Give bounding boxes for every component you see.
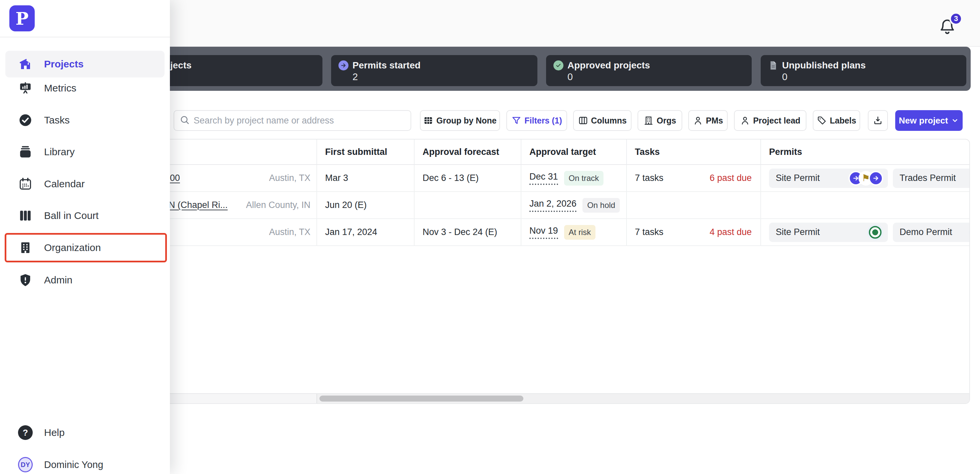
house-icon: [18, 57, 33, 72]
filters-button[interactable]: Filters (1): [506, 110, 567, 131]
stat-card-unpublished-plans[interactable]: Unpublished plans0: [761, 55, 966, 86]
sidebar-item-label: Organization: [44, 242, 101, 253]
toolbar-button-label: Labels: [830, 116, 856, 126]
horizontal-scrollbar[interactable]: [96, 393, 969, 403]
stat-card-label: Approved projects: [568, 60, 650, 71]
app-logo[interactable]: P: [10, 5, 35, 31]
sidebar-item-metrics[interactable]: Metrics: [5, 75, 165, 102]
cell-permits: Site Permit⚑Trades Permit: [761, 165, 970, 192]
tasks-count[interactable]: 7 tasks: [635, 227, 663, 237]
approval-target-date[interactable]: Dec 31: [530, 172, 558, 185]
sidebar-item-label: Metrics: [44, 83, 76, 94]
ball-in-court-icon: [18, 208, 33, 223]
notifications-button[interactable]: 3: [936, 12, 968, 40]
arrow-circle-icon: [339, 60, 348, 70]
calendar-icon: [18, 177, 33, 191]
sidebar-item-admin[interactable]: Admin: [5, 267, 165, 293]
stat-card-approved-projects[interactable]: Approved projects0: [546, 55, 752, 86]
permit-chip[interactable]: Site Permit⚑: [769, 169, 888, 188]
scrollbar-thumb[interactable]: [320, 396, 523, 402]
cell-permits: Site PermitDemo Permit: [761, 219, 970, 246]
cell-approval-forecast: [415, 192, 521, 219]
sidebar-item-organization[interactable]: Organization: [5, 234, 165, 261]
sidebar-item-label: Help: [44, 427, 65, 438]
admin-icon: [18, 273, 33, 287]
cell-first-submittal: Jan 17, 2024: [317, 219, 415, 246]
column-header-first-submittal: First submittal: [317, 140, 415, 165]
organization-icon: [18, 240, 33, 255]
sidebar-item-label: Library: [44, 146, 75, 157]
project-location: Austin, TX: [269, 173, 317, 183]
permit-chip-label: Demo Permit: [900, 227, 952, 237]
orgs-button[interactable]: Orgs: [638, 110, 682, 131]
permit-chip-label: Site Permit: [776, 173, 820, 183]
toolbar-button-label: PMs: [706, 116, 723, 126]
notification-badge: 3: [949, 12, 963, 25]
file-icon: [768, 60, 778, 70]
project-lead-button[interactable]: Project lead: [734, 110, 807, 131]
table-row: Austin, TXJan 17, 2024Nov 3 - Dec 24 (E)…: [96, 219, 969, 246]
search-input[interactable]: [194, 116, 405, 126]
approved-status-icon: [867, 224, 883, 240]
past-due-count[interactable]: 4 past due: [710, 227, 760, 237]
cell-approval-forecast: Dec 6 - 13 (E): [415, 165, 521, 192]
cell-first-submittal: Mar 3: [317, 165, 415, 192]
column-header-approval-forecast: Approval forecast: [415, 140, 521, 165]
sidebar-item-label: Ball in Court: [44, 210, 99, 221]
sidebar-item-projects[interactable]: Projects: [5, 51, 165, 78]
sidebar-item-ball-in-court[interactable]: Ball in Court: [5, 202, 165, 229]
sidebar-item-library[interactable]: Library: [5, 138, 165, 165]
sidebar-item-tasks[interactable]: Tasks: [5, 107, 165, 134]
permit-chip[interactable]: Demo Permit: [893, 223, 970, 242]
approved-status-icon: [969, 224, 970, 240]
toolbar-button-label: Filters (1): [524, 116, 562, 126]
table-row: N (Chapel Ri...Allen County, INJun 20 (E…: [96, 192, 969, 219]
permit-chip[interactable]: Trades Permit: [893, 169, 970, 188]
person-icon: [693, 116, 703, 126]
user-menu[interactable]: DY Dominic Yong: [5, 451, 165, 474]
stat-card-label: Unpublished plans: [782, 60, 865, 71]
project-name-link[interactable]: 00: [170, 173, 180, 183]
sidebar-item-label: Projects: [44, 59, 83, 70]
library-icon: [18, 145, 33, 159]
project-location: Austin, TX: [269, 227, 317, 237]
new-project-button[interactable]: New project: [895, 110, 963, 131]
user-name: Dominic Yong: [44, 459, 103, 470]
tag-icon: [817, 116, 827, 126]
cell-first-submittal: Jun 20 (E): [317, 192, 415, 219]
project-name-link[interactable]: N (Chapel Ri...: [169, 200, 228, 210]
pms-button[interactable]: PMs: [688, 110, 728, 131]
stat-card-value: 2: [353, 72, 530, 83]
arrow-status-icon: [869, 171, 883, 186]
sidebar-item-help[interactable]: ? Help: [5, 419, 165, 446]
table-grid-icon: [423, 116, 433, 126]
stat-card-permits-started[interactable]: Permits started2: [331, 55, 538, 86]
columns-button[interactable]: Columns: [573, 110, 632, 131]
download-button[interactable]: [868, 110, 888, 131]
search-input-wrap: [173, 110, 411, 131]
search-icon: [180, 115, 189, 126]
check-circle-icon: [554, 60, 563, 70]
approval-target-date[interactable]: Jan 2, 2026: [530, 199, 576, 212]
stat-card-label: jects: [170, 60, 192, 71]
app-root: 3 jectsPermits started2Approved projects…: [0, 0, 980, 474]
download-icon: [873, 116, 883, 126]
group-by-button[interactable]: Group by None: [420, 110, 500, 131]
labels-button[interactable]: Labels: [813, 110, 860, 131]
tasks-count[interactable]: 7 tasks: [635, 173, 663, 183]
status-badge: At risk: [564, 225, 596, 240]
sidebar-item-calendar[interactable]: Calendar: [5, 170, 165, 197]
permit-chip[interactable]: Site Permit: [769, 223, 888, 242]
approval-target-date[interactable]: Nov 19: [530, 226, 558, 239]
column-header-permits: Permits: [761, 140, 970, 165]
help-icon: ?: [18, 425, 33, 440]
building-icon: [644, 116, 654, 126]
status-badge: On track: [564, 171, 604, 186]
permit-chip-label: Trades Permit: [900, 173, 956, 183]
sidebar-item-label: Calendar: [44, 178, 85, 189]
project-location: Allen County, IN: [246, 200, 317, 210]
columns-icon: [578, 116, 588, 126]
past-due-count[interactable]: 6 past due: [710, 173, 760, 183]
cell-tasks: [627, 192, 761, 219]
toolbar-button-label: Group by None: [436, 116, 497, 126]
